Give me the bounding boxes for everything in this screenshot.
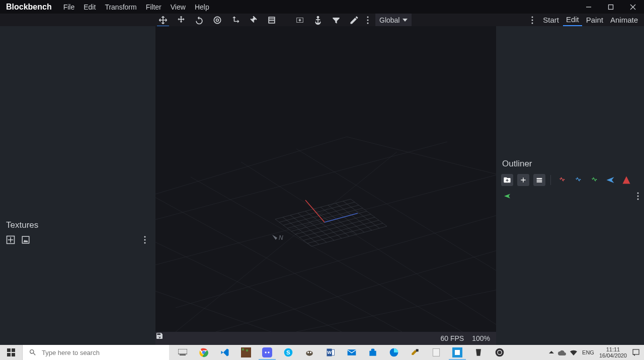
svg-point-10 [367,19,369,21]
create-texture-icon[interactable] [20,234,31,245]
edge-icon[interactable] [383,345,405,360]
svg-rect-58 [537,178,542,179]
svg-text:S: S [286,349,290,355]
svg-line-20 [155,172,496,267]
minecraft-icon[interactable] [235,345,257,360]
textures-more-icon[interactable] [139,234,150,245]
svg-point-63 [637,199,639,200]
chrome-icon[interactable] [193,345,214,360]
resize-tool-icon[interactable] [173,14,189,26]
menu-transform[interactable]: Transform [100,1,141,13]
tray-clock[interactable]: 11:11 16/04/2020 [599,346,627,358]
pivot-tool-icon[interactable] [209,14,225,26]
mode-more-icon[interactable] [529,16,536,24]
display-tool-icon[interactable] [264,14,280,26]
svg-rect-67 [12,353,15,356]
svg-point-80 [306,351,312,356]
move-tool-icon[interactable] [155,14,171,26]
svg-line-22 [216,247,496,332]
textures-toolbar [0,233,155,249]
svg-point-13 [532,19,533,21]
svg-point-9 [367,16,369,18]
svg-point-77 [268,351,269,353]
paint-icon[interactable] [405,345,426,360]
svg-point-82 [310,351,311,353]
svg-point-5 [214,17,220,23]
svg-rect-84 [332,349,335,355]
task-view-icon[interactable] [172,345,193,360]
vscode-icon[interactable] [214,345,235,360]
svg-rect-65 [12,348,15,352]
tray-notifications-icon[interactable] [632,348,640,356]
tray-language[interactable]: ENG [582,349,594,355]
add-group-icon[interactable] [501,174,513,186]
svg-line-55 [305,200,325,222]
toggle-export-icon[interactable] [620,174,632,186]
svg-rect-89 [433,349,439,356]
mode-paint[interactable]: Paint [583,14,606,26]
notes-icon[interactable] [426,345,447,360]
skype-icon[interactable]: S [278,345,299,360]
toggle-x-icon[interactable] [556,174,568,186]
menu-help[interactable]: Help [190,1,214,13]
mode-animate[interactable]: Animate [607,14,641,26]
outliner-toolbar [496,172,644,188]
mode-start[interactable]: Start [540,14,562,26]
svg-point-12 [532,16,533,18]
toggle-shade-icon[interactable] [604,174,616,186]
tray-onedrive-icon[interactable] [558,349,566,355]
minimize-button[interactable] [578,0,600,14]
maximize-button[interactable] [600,0,622,14]
left-panel: Textures [0,26,155,345]
list-view-icon[interactable] [533,174,545,186]
toggle-y-icon[interactable] [572,174,584,186]
menu-view[interactable]: View [166,1,190,13]
blockbench-taskbar-icon[interactable] [447,345,468,360]
toolbar-more-icon[interactable] [364,16,371,24]
mail-icon[interactable] [341,345,362,360]
svg-rect-60 [537,182,542,183]
app-name: Blockbench [6,3,52,12]
anchor-icon[interactable] [310,14,326,26]
svg-point-61 [637,193,639,194]
store-icon[interactable] [362,345,383,360]
svg-line-30 [155,237,342,332]
svg-line-27 [241,162,496,332]
svg-line-25 [155,137,347,197]
viewport-3d[interactable]: N 60 FPS 100% [155,26,496,345]
filter-icon[interactable] [328,14,344,26]
status-fps: 60 FPS [440,334,464,342]
discord-icon[interactable] [257,345,278,360]
menu-file[interactable]: File [59,1,79,13]
toggle-visibility-icon[interactable] [501,190,513,202]
brush-tool-icon[interactable] [246,14,262,26]
menu-edit[interactable]: Edit [79,1,100,13]
transform-space-select[interactable]: Global [375,14,412,26]
mode-edit[interactable]: Edit [563,14,582,26]
word-icon[interactable]: W [320,345,341,360]
close-button[interactable] [622,0,644,14]
svg-point-62 [637,196,639,197]
edit-icon[interactable] [346,14,362,26]
add-cube-icon[interactable] [292,14,308,26]
vertex-snap-tool-icon[interactable] [227,14,244,26]
taskbar-search[interactable] [22,345,169,360]
add-cube-outliner-icon[interactable] [517,174,529,186]
search-icon [29,348,37,356]
app-icon-1[interactable] [468,345,489,360]
gimp-icon[interactable] [299,345,320,360]
tray-chevron-icon[interactable] [549,350,554,355]
obs-icon[interactable] [489,345,510,360]
chevron-down-icon [403,19,408,22]
rotate-tool-icon[interactable] [191,14,207,26]
tray-wifi-icon[interactable] [570,349,577,355]
svg-point-14 [532,22,533,24]
import-texture-icon[interactable] [5,234,16,245]
menu-filter[interactable]: Filter [141,1,166,13]
toggle-z-icon[interactable] [588,174,600,186]
taskbar-search-input[interactable] [42,349,163,356]
start-button[interactable] [0,345,22,360]
outliner-more-icon[interactable] [637,192,639,200]
textures-panel-title: Textures [0,216,155,233]
svg-rect-16 [22,236,29,243]
